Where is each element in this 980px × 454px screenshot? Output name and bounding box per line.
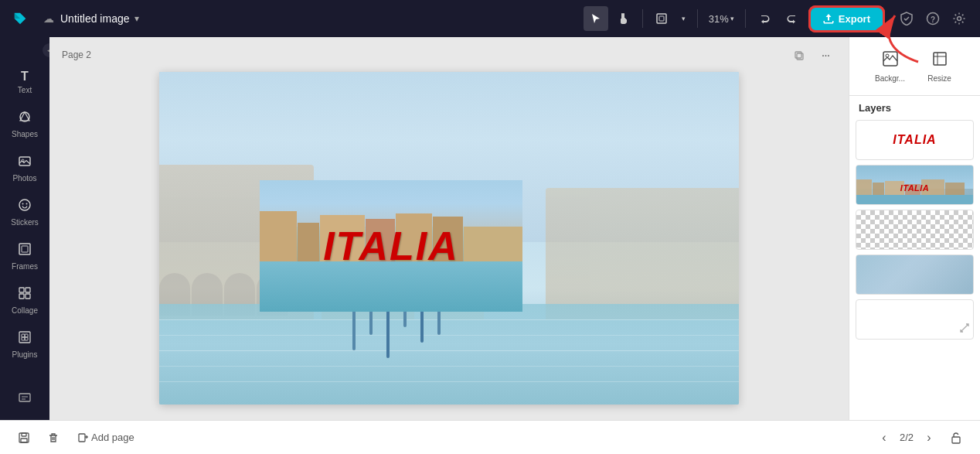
background-tool-label: Backgr... — [875, 74, 905, 83]
unlock-button[interactable] — [944, 426, 968, 449]
page-navigation: ‹ 2/2 › — [875, 428, 938, 447]
prev-page-button[interactable]: ‹ — [875, 428, 893, 447]
sidebar-item-shapes[interactable]: Shapes — [5, 104, 45, 145]
layer-resize-overlay-icon — [959, 323, 970, 336]
help-icon[interactable]: ? — [921, 7, 944, 30]
plugins-icon — [18, 330, 32, 348]
hand-tool-button[interactable] — [611, 6, 636, 31]
inner-photo-with-text[interactable]: ITALIA — [260, 180, 522, 312]
frame-chevron-button[interactable]: ▾ — [677, 6, 691, 31]
export-button[interactable]: Export — [811, 8, 883, 30]
caption-icon — [18, 391, 32, 408]
page-toolbar: ··· — [788, 45, 836, 67]
svg-rect-21 — [22, 337, 25, 340]
sidebar-item-collage[interactable]: Collage — [5, 280, 45, 321]
document-title-area[interactable]: ☁ Untitled image ▾ — [37, 9, 145, 28]
shield-icon[interactable] — [895, 7, 918, 30]
app-logo[interactable] — [9, 8, 31, 29]
left-sidebar: ◀ T Text Shapes Photos — [0, 37, 49, 420]
svg-rect-40 — [952, 437, 960, 443]
svg-rect-17 — [26, 294, 30, 299]
next-icon: › — [927, 431, 931, 445]
frames-icon — [18, 242, 32, 260]
sidebar-item-stickers-label: Stickers — [11, 218, 39, 227]
resize-icon — [931, 49, 949, 72]
redo-button[interactable] — [780, 6, 805, 31]
sidebar-item-photos-label: Photos — [12, 174, 36, 183]
sidebar-item-collage-label: Collage — [12, 306, 38, 315]
layers-panel-title: Layers — [856, 102, 974, 114]
canvas-wrapper[interactable]: ITALIA — [49, 37, 849, 420]
svg-rect-27 — [795, 52, 801, 58]
layer-item-photo[interactable]: ITALIA — [856, 165, 974, 205]
svg-rect-12 — [19, 244, 30, 254]
svg-rect-22 — [25, 337, 28, 340]
more-options-button[interactable]: ··· — [815, 45, 836, 67]
page-label: Page 2 — [62, 49, 91, 60]
svg-point-4 — [958, 17, 961, 21]
sidebar-item-stickers[interactable]: Stickers — [5, 192, 45, 233]
next-page-button[interactable]: › — [920, 428, 938, 447]
svg-rect-0 — [657, 14, 666, 23]
svg-rect-23 — [19, 394, 30, 401]
right-tools-panel: Backgr... Resize — [849, 37, 980, 96]
svg-point-10 — [22, 203, 24, 205]
undo-button[interactable] — [752, 6, 777, 31]
canvas-frame[interactable]: ITALIA — [159, 72, 739, 405]
add-page-button[interactable]: Add page — [71, 428, 141, 446]
frame-tool-button[interactable] — [649, 6, 674, 31]
italia-text[interactable]: ITALIA — [323, 223, 459, 269]
layer-item-blurred[interactable] — [856, 254, 974, 295]
text-icon: T — [21, 70, 29, 84]
select-tool-button[interactable] — [584, 6, 608, 31]
zoom-control[interactable]: 31% ▾ — [704, 10, 739, 28]
svg-rect-37 — [79, 434, 85, 442]
svg-rect-33 — [22, 433, 26, 436]
svg-rect-31 — [934, 53, 946, 65]
svg-rect-13 — [22, 246, 28, 252]
svg-rect-16 — [19, 294, 24, 299]
divider-2 — [697, 9, 698, 28]
main-area: ◀ T Text Shapes Photos — [0, 37, 980, 420]
photos-icon — [18, 154, 32, 172]
top-bar: ☁ Untitled image ▾ ▾ 31% ▾ — [0, 0, 980, 37]
svg-rect-14 — [19, 288, 24, 292]
zoom-chevron-icon: ▾ — [730, 15, 734, 22]
divider-3 — [745, 9, 746, 28]
sidebar-item-plugins-label: Plugins — [12, 350, 38, 359]
divider-1 — [642, 9, 643, 28]
export-label: Export — [839, 13, 870, 25]
tool-bar: ▾ 31% ▾ — [584, 6, 805, 31]
right-sidebar: Backgr... Resize Layers ITALIA — [849, 37, 980, 420]
settings-icon[interactable] — [948, 7, 971, 30]
delete-button[interactable] — [42, 426, 65, 449]
zoom-value: 31% — [709, 13, 729, 25]
svg-point-5 — [20, 112, 29, 121]
water-ripples — [159, 304, 739, 405]
sidebar-item-plugins[interactable]: Plugins — [5, 324, 45, 365]
layer-item-italia[interactable]: ITALIA — [856, 120, 974, 160]
svg-rect-34 — [21, 439, 27, 442]
layer-item-white[interactable] — [856, 299, 974, 340]
sidebar-item-photos[interactable]: Photos — [5, 148, 45, 189]
bottom-bar: Add page ‹ 2/2 › — [0, 420, 980, 454]
cloud-icon: ☁ — [43, 12, 54, 25]
layer-item-transparent[interactable] — [856, 210, 974, 250]
svg-rect-19 — [22, 334, 25, 337]
svg-rect-15 — [26, 288, 30, 292]
save-button[interactable] — [12, 426, 36, 449]
bottom-sidebar-icon[interactable] — [5, 384, 45, 414]
sidebar-item-frames[interactable]: Frames — [5, 236, 45, 277]
canvas-area: Page 2 ··· — [49, 37, 849, 420]
right-icons: ? — [895, 7, 971, 30]
svg-point-9 — [19, 200, 30, 210]
sidebar-item-text-label: Text — [18, 86, 32, 94]
duplicate-page-button[interactable] — [788, 45, 810, 67]
resize-tool-label: Resize — [927, 74, 951, 83]
background-tool-button[interactable]: Backgr... — [869, 43, 912, 89]
sidebar-item-text[interactable]: T Text — [5, 63, 45, 101]
svg-text:?: ? — [931, 15, 935, 24]
resize-tool-button[interactable]: Resize — [918, 43, 961, 89]
document-title: Untitled image — [60, 12, 130, 25]
add-page-label: Add page — [91, 432, 134, 443]
